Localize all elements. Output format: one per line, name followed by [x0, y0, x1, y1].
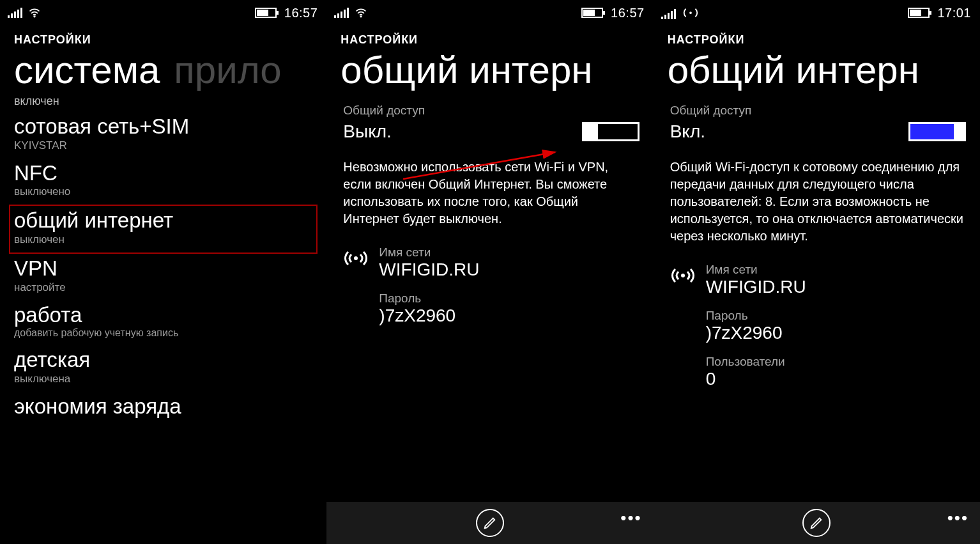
- item-sub: выключено: [14, 185, 312, 198]
- page-overline: НАСТРОЙКИ: [341, 33, 639, 47]
- pivot-header[interactable]: система прило: [14, 48, 312, 92]
- status-bar: 16:57: [326, 0, 653, 26]
- sharing-toggle[interactable]: [908, 122, 966, 141]
- network-name-label: Имя сети: [706, 263, 806, 277]
- password-label: Пароль: [379, 291, 639, 306]
- wifi-icon: [29, 8, 40, 18]
- password-label: Пароль: [706, 309, 966, 323]
- sharing-state: Вкл.: [670, 121, 705, 142]
- item-title: общий интернет: [14, 210, 312, 232]
- page-overline: НАСТРОЙКИ: [14, 33, 312, 47]
- password-value: )7zX2960: [706, 323, 966, 343]
- item-sub: настройте: [14, 281, 312, 294]
- broadcast-icon: [343, 245, 369, 271]
- sharing-label: Общий доступ: [343, 104, 639, 118]
- sharing-state: Выкл.: [343, 121, 391, 142]
- item-sub: добавить рабочую учетную запись: [14, 327, 312, 339]
- item-kids-corner[interactable]: детская выключена: [14, 345, 312, 392]
- clock: 16:57: [611, 6, 645, 20]
- battery-icon: [908, 8, 930, 18]
- app-bar: •••: [326, 502, 653, 544]
- app-bar: •••: [654, 502, 980, 544]
- battery-icon: [255, 8, 277, 18]
- page-title: общий интерн: [341, 48, 592, 92]
- broadcast-icon: [670, 263, 696, 288]
- svg-point-5: [681, 274, 685, 277]
- svg-point-4: [689, 12, 692, 14]
- item-title: сотовая сеть+SIM: [14, 116, 312, 138]
- hotspot-indicator-icon: [682, 6, 699, 19]
- more-button[interactable]: •••: [620, 508, 641, 528]
- item-sub: KYIVSTAR: [14, 139, 312, 152]
- svg-point-0: [34, 16, 35, 17]
- edit-button[interactable]: [476, 509, 504, 537]
- screen-internet-sharing-on: 17:01 НАСТРОЙКИ общий интерн Общий досту…: [654, 0, 980, 544]
- svg-point-2: [354, 256, 358, 260]
- item-vpn[interactable]: VPN настройте: [14, 254, 312, 300]
- password-value: )7zX2960: [379, 306, 639, 326]
- network-row: Имя сети WIFIGID.RU: [343, 245, 639, 280]
- network-name-label: Имя сети: [379, 245, 479, 260]
- users-label: Пользователи: [706, 355, 966, 369]
- item-internet-sharing[interactable]: общий интернет выключен: [9, 205, 318, 254]
- item-battery-saver[interactable]: экономия заряда: [14, 392, 312, 424]
- clock: 17:01: [937, 6, 971, 20]
- item-workplace[interactable]: работа добавить рабочую учетную запись: [14, 300, 312, 346]
- sharing-description: Общий Wi-Fi-доступ к сотовому соединению…: [670, 159, 964, 245]
- sharing-label: Общий доступ: [670, 104, 966, 118]
- page-title: общий интерн: [668, 48, 919, 92]
- pivot-system[interactable]: система: [14, 48, 160, 92]
- users-value: 0: [706, 369, 966, 389]
- sharing-toggle[interactable]: [582, 122, 639, 141]
- page-overline: НАСТРОЙКИ: [668, 33, 966, 47]
- sharing-description: Невозможно использовать сети Wi-Fi и VPN…: [343, 159, 637, 228]
- network-name-value: WIFIGID.RU: [706, 277, 806, 297]
- cellular-signal-icon: [8, 8, 22, 18]
- item-title: VPN: [14, 258, 312, 280]
- item-title: NFC: [14, 162, 312, 185]
- svg-point-1: [360, 16, 362, 17]
- item-title: детская: [14, 349, 312, 371]
- screen-system-settings: 16:57 НАСТРОЙКИ система прило включен со…: [0, 0, 326, 544]
- network-name-value: WIFIGID.RU: [379, 260, 479, 280]
- bluetooth-status-cut: включен: [14, 95, 312, 108]
- edit-button[interactable]: [802, 509, 831, 537]
- clock: 16:57: [284, 6, 318, 20]
- screen-internet-sharing-off: 16:57 НАСТРОЙКИ общий интерн Общий досту…: [326, 0, 653, 544]
- network-row: Имя сети WIFIGID.RU: [670, 263, 966, 297]
- item-sub: выключен: [14, 233, 312, 246]
- status-bar: 16:57: [0, 0, 326, 26]
- cellular-signal-icon: [661, 9, 676, 19]
- more-button[interactable]: •••: [947, 508, 969, 528]
- wifi-icon: [355, 8, 367, 18]
- item-nfc[interactable]: NFC выключено: [14, 159, 312, 205]
- cellular-signal-icon: [334, 8, 349, 18]
- item-title: экономия заряда: [14, 396, 312, 418]
- status-bar: 17:01: [654, 0, 980, 26]
- pivot-apps[interactable]: прило: [174, 48, 281, 92]
- item-title: работа: [14, 304, 312, 327]
- item-cellular-sim[interactable]: сотовая сеть+SIM KYIVSTAR: [14, 112, 312, 159]
- battery-icon: [581, 8, 603, 18]
- settings-list[interactable]: включен сотовая сеть+SIM KYIVSTAR NFC вы…: [0, 95, 326, 424]
- item-sub: выключена: [14, 373, 312, 385]
